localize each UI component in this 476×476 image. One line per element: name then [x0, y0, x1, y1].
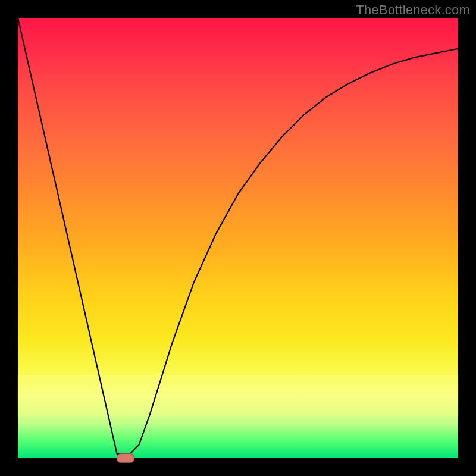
- plot-area: [18, 18, 458, 458]
- bottleneck-marker: [117, 453, 134, 463]
- chart-frame: TheBottleneck.com: [0, 0, 476, 476]
- watermark-text: TheBottleneck.com: [356, 2, 470, 18]
- highlight-band: [18, 375, 458, 416]
